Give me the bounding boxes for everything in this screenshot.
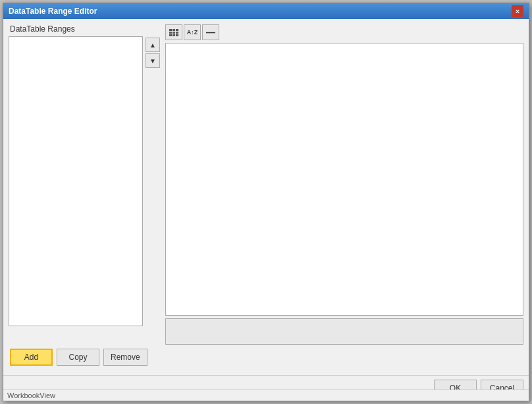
copy-button[interactable]: Copy bbox=[57, 349, 99, 366]
ranges-listbox[interactable] bbox=[9, 36, 143, 326]
toolbar-minus-button[interactable]: — bbox=[202, 24, 219, 40]
title-bar: DataTable Range Editor × bbox=[3, 3, 529, 19]
panel-label: DataTable Ranges bbox=[9, 24, 160, 34]
close-button[interactable]: × bbox=[512, 5, 523, 17]
properties-area bbox=[165, 318, 523, 345]
remove-button[interactable]: Remove bbox=[103, 349, 147, 366]
toolbar-sort-button[interactable]: A↑Z bbox=[184, 24, 201, 40]
add-button[interactable]: Add bbox=[10, 349, 53, 366]
move-down-button[interactable]: ▼ bbox=[146, 53, 160, 68]
sort-icon: A↑Z bbox=[187, 30, 198, 36]
list-with-controls: ▲ ▼ bbox=[9, 36, 160, 345]
grid-icon bbox=[169, 29, 178, 36]
action-buttons-row: Add Copy Remove bbox=[9, 349, 523, 370]
minus-icon: — bbox=[206, 28, 215, 37]
statusbar-text: WorkbookView bbox=[7, 391, 55, 399]
content-area bbox=[165, 43, 523, 316]
down-arrow-icon: ▼ bbox=[149, 57, 156, 65]
up-arrow-icon: ▲ bbox=[149, 42, 156, 49]
dialog-content: DataTable Ranges ▲ ▼ bbox=[3, 19, 529, 375]
dialog-window: DataTable Range Editor × DataTable Range… bbox=[3, 3, 529, 401]
dialog-title: DataTable Range Editor bbox=[9, 7, 97, 16]
toolbar-grid-button[interactable] bbox=[165, 24, 182, 40]
move-up-button[interactable]: ▲ bbox=[146, 38, 160, 52]
list-controls: ▲ ▼ bbox=[146, 36, 160, 345]
toolbar-row: A↑Z — bbox=[165, 24, 523, 40]
left-panel: DataTable Ranges ▲ ▼ bbox=[9, 24, 160, 345]
main-area: DataTable Ranges ▲ ▼ bbox=[9, 24, 523, 345]
right-panel: A↑Z — bbox=[165, 24, 523, 345]
statusbar: WorkbookView bbox=[3, 390, 529, 401]
